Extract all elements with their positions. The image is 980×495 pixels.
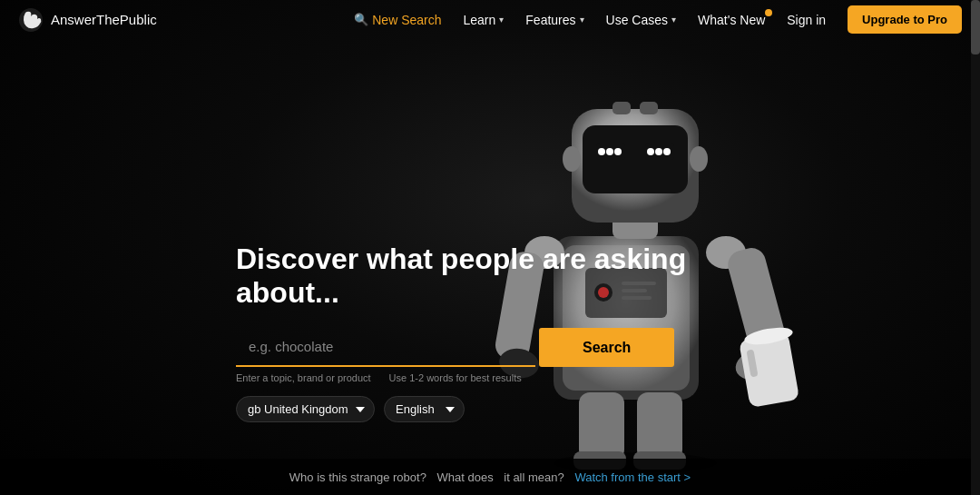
features-link[interactable]: Features ▾ [525,13,583,27]
search-button[interactable]: Search [539,328,674,367]
search-input[interactable] [236,328,535,367]
dropdowns-row: gb United Kingdom us United States ca Ca… [236,396,708,422]
hint-words: Use 1-2 words for best results [389,372,522,383]
svg-rect-15 [739,332,799,408]
svg-point-23 [606,148,613,155]
svg-point-27 [655,148,662,155]
logo[interactable]: AnswerThePublic [18,7,157,33]
svg-point-28 [663,148,671,155]
footer-text-what: What does [437,470,494,484]
svg-point-22 [598,148,605,155]
chevron-down-icon: ▾ [580,15,584,25]
whats-new-link[interactable]: What's New [698,13,765,27]
svg-point-26 [647,148,654,155]
search-row: Search [236,328,708,367]
search-hints: Enter a topic, brand or product Use 1-2 … [236,372,708,383]
scrollbar-thumb[interactable] [971,0,980,54]
hero-content: Discover what people are asking about...… [236,243,708,422]
notification-dot [765,9,772,16]
chevron-down-icon: ▾ [671,15,676,25]
svg-point-30 [690,146,708,172]
whats-new-wrapper: What's New [698,13,765,27]
navbar: AnswerThePublic 🔍 New Search Learn ▾ Fea… [0,0,980,39]
upgrade-button[interactable]: Upgrade to Pro [848,5,962,34]
hero-title: Discover what people are asking about... [236,243,708,310]
sign-in-button[interactable]: Sign in [787,13,826,27]
svg-point-24 [614,148,622,155]
svg-rect-32 [640,102,658,114]
footer-bar: Who is this strange robot? What does it … [0,459,980,495]
logo-text: AnswerThePublic [51,12,157,27]
svg-rect-31 [612,102,631,114]
footer-text-before: Who is this strange robot? [289,470,426,484]
nav-links: 🔍 New Search Learn ▾ Features ▾ Use Case… [354,5,962,34]
logo-icon [18,7,44,33]
search-icon: 🔍 [354,13,368,26]
language-dropdown[interactable]: English French German Spanish [384,396,465,422]
new-search-link[interactable]: 🔍 New Search [354,13,441,27]
use-cases-link[interactable]: Use Cases ▾ [606,13,676,27]
learn-link[interactable]: Learn ▾ [464,13,505,27]
country-dropdown[interactable]: gb United Kingdom us United States ca Ca… [236,396,375,422]
scrollbar[interactable] [971,0,980,495]
footer-watch-link[interactable]: Watch from the start > [574,470,691,484]
svg-point-29 [563,146,581,172]
chevron-down-icon: ▾ [499,15,504,25]
footer-text-after: it all mean? [504,470,564,484]
hint-topic: Enter a topic, brand or product [236,372,371,383]
